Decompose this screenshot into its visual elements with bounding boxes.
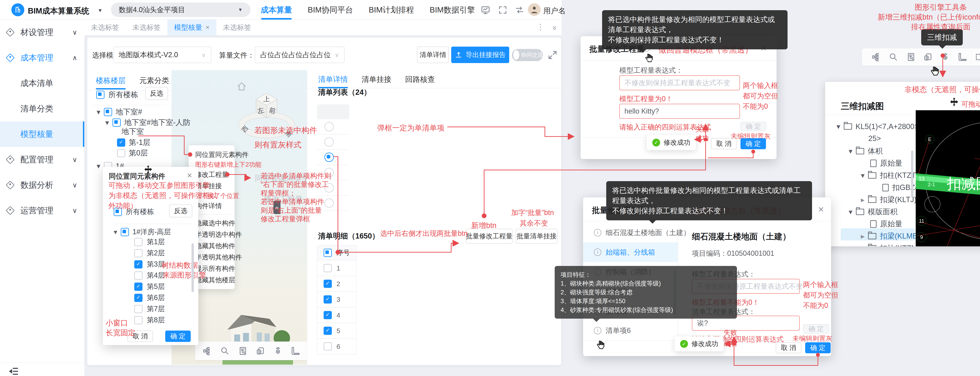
table-row[interactable]: 1 xyxy=(317,260,356,276)
expand-view-icon[interactable] xyxy=(547,50,558,60)
export-report-button[interactable]: 导出挂接报告 xyxy=(451,47,509,63)
context-menu-item[interactable]: 同位置同元素构件 xyxy=(189,149,235,160)
same-position-dialog[interactable]: 同位置同元素构件 可拖动，移动交互参照图形引擎 为非模态（无遮照，可操作弹框以 … xyxy=(103,167,198,345)
deduction-node[interactable]: 体积 xyxy=(849,146,883,156)
nav-item[interactable]: BIM数据引擎 xyxy=(430,0,475,20)
page-tab[interactable]: 未选标签 xyxy=(216,20,258,35)
batch-link-button[interactable]: 批量清单挂接 xyxy=(515,229,558,244)
tab-list-detail[interactable]: 清单详情 xyxy=(318,75,348,88)
doc-search-icon[interactable] xyxy=(906,52,915,62)
item-info-icon[interactable]: i xyxy=(594,327,601,334)
floor-checkbox[interactable] xyxy=(134,282,143,291)
sidebar-item[interactable]: 清单分类 xyxy=(0,96,84,121)
cancel-button[interactable]: 取 消 xyxy=(711,138,737,149)
floor-checkbox[interactable] xyxy=(134,238,143,246)
sidebar-item[interactable]: 成本清单 xyxy=(0,70,84,96)
project-select[interactable]: 数据4.0汕头金平项目 ▼ xyxy=(111,3,250,17)
list-radio[interactable] xyxy=(325,122,334,132)
floor-row[interactable]: 第1层 xyxy=(134,236,193,247)
node-checkbox[interactable] xyxy=(117,138,125,147)
confirm-button-disabled[interactable]: 确 定 xyxy=(803,324,829,333)
deduction-node[interactable]: 原始量 xyxy=(870,219,902,229)
node-checkbox[interactable] xyxy=(104,108,112,116)
cube-top-label[interactable]: 上 xyxy=(263,95,270,103)
page-tab[interactable]: 未选标签 xyxy=(84,20,126,35)
home-view-icon[interactable] xyxy=(236,81,247,92)
item-info-icon[interactable]: i xyxy=(594,229,601,236)
confirm-button[interactable]: 确 定 xyxy=(805,342,830,353)
model-expr-input[interactable]: 不修改则保持原工程量表达式不变 xyxy=(619,75,740,90)
tree-node-basement[interactable]: 地下室# xyxy=(97,107,142,117)
floor-checkbox[interactable] xyxy=(134,271,143,280)
deduction-node[interactable]: 原始量 xyxy=(870,158,902,168)
page-tab[interactable]: 模型核量 xyxy=(167,20,216,35)
batch-modify-dialog-single[interactable]: 批量修改工程量 i 做回普通模态框（带黑透） 模型工程量表达式： 不修改则保持原… xyxy=(581,36,776,159)
all-buildings-checkbox[interactable] xyxy=(96,90,105,99)
deduction-panel[interactable]: 三维扣减图 KL5(1)<7,A+2800><7,D+ 25> 体积 原始量 扣… xyxy=(825,82,980,246)
app-title-caret-icon[interactable]: ▼ xyxy=(98,8,103,14)
section-box-icon[interactable] xyxy=(975,52,980,62)
tree-node-parent[interactable]: 1#洋房-高层 xyxy=(114,227,171,237)
row-checkbox[interactable] xyxy=(324,311,332,319)
confirm-button[interactable]: 确 定 xyxy=(165,330,191,342)
floor-row[interactable]: 第6层 xyxy=(134,292,193,303)
list-expr-input[interactable]: hello Kitty? xyxy=(619,104,740,119)
table-row[interactable]: 3 xyxy=(317,292,356,308)
floor-checkbox[interactable] xyxy=(134,316,143,324)
list-detail-button[interactable]: 清单详情 xyxy=(417,47,449,63)
deduction-node[interactable]: 扣梁(KLTJ) xyxy=(861,195,916,205)
search-icon[interactable] xyxy=(889,52,898,62)
node-checkbox[interactable] xyxy=(121,228,129,236)
ruler-icon[interactable] xyxy=(291,346,300,356)
avatar[interactable] xyxy=(528,3,541,16)
username[interactable]: 用户名 xyxy=(543,6,566,16)
sidebar-item[interactable]: 配置管理 xyxy=(0,147,84,172)
structure-tree-icon[interactable] xyxy=(202,346,212,356)
sidebar-item[interactable]: 模型核量 xyxy=(0,121,84,147)
close-icon[interactable] xyxy=(818,205,824,214)
doc-search-icon[interactable] xyxy=(238,346,247,356)
row-checkbox[interactable] xyxy=(324,327,332,335)
dialog-scrollbar[interactable] xyxy=(191,243,194,292)
node-checkbox[interactable] xyxy=(117,149,125,157)
floor-checkbox[interactable] xyxy=(134,305,143,313)
floor-row[interactable]: 第7层 xyxy=(134,303,193,314)
item-info-icon[interactable]: i xyxy=(594,249,601,256)
collab-toggle[interactable]: 协同交流 xyxy=(512,49,543,61)
confirm-button[interactable]: 确 定 xyxy=(740,138,766,149)
deduction-3d-icon[interactable] xyxy=(923,52,932,62)
list-radio-row[interactable] xyxy=(317,135,349,150)
cubes-icon[interactable] xyxy=(273,346,283,356)
sidebar-item[interactable]: 数据分析 xyxy=(0,172,84,198)
floor-row[interactable]: 第8层 xyxy=(134,314,193,326)
tree-node-floor-0[interactable]: 第0层 xyxy=(117,148,148,158)
deduction-viewport[interactable]: E D C 13 11 9 2-1 扣减图比例4:3 xyxy=(916,110,980,246)
floor-row[interactable]: 第2层 xyxy=(134,247,193,259)
list-radio[interactable] xyxy=(325,137,334,147)
file-select[interactable]: 占位占位占位占位占位∨ xyxy=(255,47,345,63)
row-checkbox[interactable] xyxy=(324,280,332,288)
confirm-button-disabled[interactable]: 确 定 xyxy=(740,122,766,131)
table-select-all-checkbox[interactable] xyxy=(324,249,332,257)
caret-down-icon[interactable] xyxy=(97,108,100,116)
nav-item[interactable]: BIM计划排程 xyxy=(369,0,414,20)
deduction-node[interactable]: 模版面积 xyxy=(849,207,897,217)
list-item[interactable]: i 始端箱、分线箱 xyxy=(583,243,678,262)
caret-down-icon[interactable] xyxy=(114,228,117,236)
sidebar-item[interactable]: 材设管理 xyxy=(0,20,84,45)
tab-collapse-icon[interactable]: « xyxy=(549,25,558,30)
invert-select-button[interactable]: 反选 xyxy=(169,205,192,217)
node-checkbox[interactable] xyxy=(113,119,121,127)
list-item[interactable]: i 细石混凝土楼地面（土建） xyxy=(583,223,678,243)
row-checkbox[interactable] xyxy=(324,342,332,351)
panel-scrollbar[interactable] xyxy=(911,151,913,197)
row-checkbox[interactable] xyxy=(324,295,332,303)
batch-modify-button[interactable]: 批量修改工程量 xyxy=(466,229,512,244)
floor-row[interactable]: 第5层 xyxy=(134,281,193,292)
tab-building-floor[interactable]: 楼栋楼层 xyxy=(96,76,126,89)
swap-icon[interactable] xyxy=(515,5,525,15)
table-row[interactable]: 4 xyxy=(317,308,356,323)
sidebar-item[interactable]: 运营管理 xyxy=(0,198,84,223)
caret-down-icon[interactable] xyxy=(97,162,100,170)
caret-down-icon[interactable] xyxy=(105,118,109,127)
